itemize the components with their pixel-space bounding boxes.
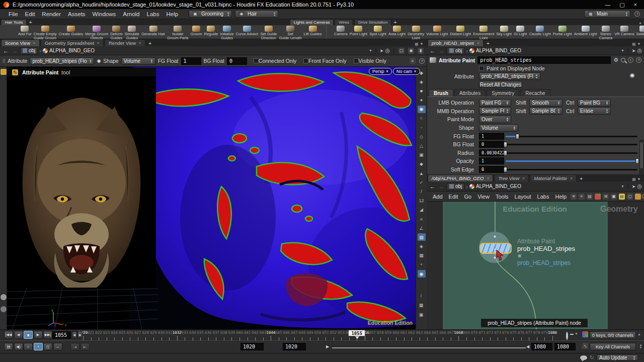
- visualizer-icon[interactable]: ◈: [418, 243, 426, 250]
- shelf-tool[interactable]: Spot Light: [368, 25, 387, 36]
- menu-item[interactable]: Assets: [64, 11, 89, 17]
- shelf-tool[interactable]: Switcher: [635, 25, 644, 36]
- reset-all-changes-button[interactable]: Reset All Changes: [479, 81, 522, 88]
- background-image-icon[interactable]: ▣: [611, 194, 617, 200]
- shelf-tool[interactable]: Lift Guides: [303, 25, 322, 36]
- tree-icon[interactable]: ≡: [579, 194, 585, 200]
- perspective-select[interactable]: Persp▼: [369, 68, 392, 75]
- comb-icon[interactable]: ≡: [418, 215, 426, 223]
- camera-list-icon[interactable]: ◉: [408, 48, 414, 54]
- point-numbers-icon[interactable]: △: [418, 142, 426, 150]
- camera-select[interactable]: No cam▼: [393, 68, 420, 75]
- shelf-tool[interactable]: Environment Light: [472, 25, 495, 39]
- node-input-connector[interactable]: [493, 235, 497, 238]
- fg-float-field[interactable]: 1: [181, 57, 201, 65]
- network-menu-item[interactable]: Add: [430, 194, 446, 200]
- value-slider[interactable]: [506, 133, 637, 139]
- close-button[interactable]: ×: [634, 2, 637, 8]
- range-start-display[interactable]: 1020: [283, 343, 306, 350]
- pane-tab[interactable]: Material Palette✕: [530, 174, 577, 182]
- network-menu-item[interactable]: Labs: [534, 194, 552, 200]
- pane-menu-icon[interactable]: ▼: [637, 42, 641, 46]
- pane-tab[interactable]: Render View✕: [105, 39, 145, 46]
- value-field[interactable]: 1: [479, 133, 504, 140]
- forward-icon[interactable]: →: [438, 184, 445, 190]
- operation-select[interactable]: Paint FG▲▼: [479, 99, 511, 107]
- shade-curves-icon[interactable]: ▣: [418, 151, 426, 159]
- back-icon[interactable]: ←: [2, 48, 10, 54]
- shelf-tool[interactable]: Area Light: [387, 25, 407, 36]
- shelf-tab[interactable]: Wires: [335, 19, 353, 25]
- close-tab-icon[interactable]: ✕: [476, 41, 479, 45]
- shelf-tab[interactable]: Drive Simulation: [354, 19, 391, 25]
- menu-item[interactable]: Windows: [89, 11, 120, 17]
- prev-frame-button[interactable]: ◀|: [72, 331, 77, 338]
- shelf-tool[interactable]: VR Camera: [613, 25, 635, 36]
- attribute-select[interactable]: prob_HEAD_stripes (Float)▲▼: [30, 57, 94, 65]
- shelf-tool[interactable]: Create Empty Guide Groom: [33, 25, 58, 39]
- menu-item[interactable]: Edit: [22, 11, 39, 17]
- operation-help-icon[interactable]: ?: [419, 58, 425, 64]
- paint-tool-warning-icon[interactable]: [1, 69, 7, 75]
- pane-menu-icon[interactable]: ▼: [420, 42, 424, 46]
- play-reverse-button[interactable]: ◀: [14, 331, 23, 339]
- menu-item[interactable]: File: [5, 11, 22, 17]
- view-current-node-icon[interactable]: ◉: [418, 106, 426, 113]
- value-slider[interactable]: [506, 166, 637, 172]
- shelf-tool[interactable]: Point Light: [349, 25, 368, 36]
- shelf-tool[interactable]: Generate Hair: [140, 25, 166, 36]
- network-menu-item[interactable]: Layout: [512, 194, 534, 200]
- value-slider[interactable]: [506, 158, 637, 164]
- key-all-channels-button[interactable]: Key All Channels: [590, 343, 636, 350]
- attribute-select[interactable]: prob_HEAD_stripes (Float)▲▼: [479, 72, 540, 80]
- parameter-tab[interactable]: Symmetry: [487, 89, 519, 97]
- play-button[interactable]: ▶: [34, 331, 43, 339]
- menu-item[interactable]: Labs: [143, 11, 163, 17]
- animation-options-icon[interactable]: ▤: [4, 343, 13, 350]
- shelf-tool[interactable]: GI Light: [513, 25, 528, 36]
- menu-item[interactable]: Render: [38, 11, 64, 17]
- network-menu-item[interactable]: Help: [552, 194, 570, 200]
- layout-grid-icon[interactable]: ⊞: [603, 194, 609, 200]
- shelf-tool[interactable]: Create Guides: [58, 25, 84, 36]
- channel-editor-icon[interactable]: ∿: [582, 343, 588, 349]
- value-slider[interactable]: [506, 150, 637, 156]
- gear-icon[interactable]: ⚙: [613, 57, 618, 63]
- range-right-handle[interactable]: ◀: [526, 344, 529, 349]
- pane-tab[interactable]: /obj/ALPHA_BIND_GEO✕: [428, 174, 493, 182]
- network-menu-item[interactable]: View: [474, 194, 493, 200]
- value-field[interactable]: 0: [479, 141, 504, 148]
- pane-tab[interactable]: Tree View✕: [494, 174, 529, 182]
- prev-key-button[interactable]: |◀: [70, 343, 79, 350]
- add-shelf-tab-button[interactable]: +: [27, 19, 34, 25]
- location-pin-icon[interactable]: ◉: [630, 72, 635, 78]
- key-icon[interactable]: [566, 332, 568, 340]
- audio-options-icon[interactable]: ◀): [14, 343, 23, 350]
- message-bubble-icon[interactable]: [580, 355, 587, 360]
- ctrl-operation-select[interactable]: Paint BG▲▼: [578, 99, 611, 107]
- shelf-tab[interactable]: Lights and Cameras: [290, 19, 334, 25]
- shelf-overflow-icon[interactable]: ▼: [638, 22, 642, 25]
- stop-button[interactable]: ■: [24, 331, 33, 339]
- keys-summary-button[interactable]: 0 keys, 0/0 channels: [590, 331, 636, 339]
- parameter-tab[interactable]: Brush: [429, 89, 453, 97]
- keys-expand-icon[interactable]: ▲: [637, 332, 641, 336]
- shelf-tool[interactable]: Groom: [190, 25, 203, 36]
- pane-menu-icon[interactable]: ▼: [637, 177, 641, 182]
- network-editor[interactable]: Education Edition Geometry ✓ Attribute P…: [427, 202, 644, 329]
- snapshot-icon[interactable]: ▣: [417, 311, 425, 318]
- pen-icon[interactable]: /: [418, 188, 426, 195]
- key-all-spinner[interactable]: ▲▼: [637, 344, 642, 348]
- tick-icon[interactable]: ✓: [418, 178, 426, 186]
- path-root-chip[interactable]: obj: [20, 47, 38, 54]
- path-node-name[interactable]: ALPHA_BIND_GEO: [476, 48, 521, 53]
- path-node-name[interactable]: ALPHA_BIND_GEO: [49, 48, 95, 53]
- shelf-tool[interactable]: Add Fur: [17, 25, 33, 36]
- operation-select[interactable]: Sample FG▲▼: [479, 107, 511, 115]
- lock-camera-icon[interactable]: ■: [418, 87, 426, 95]
- toolbar-grip-icon[interactable]: ⠿: [2, 58, 5, 64]
- shelf-tool[interactable]: Set Guide Length: [278, 25, 303, 39]
- find-node-icon[interactable]: [642, 194, 644, 199]
- path-dropdown-icon[interactable]: ▼: [621, 185, 624, 188]
- layout-icon[interactable]: ▢: [398, 48, 405, 54]
